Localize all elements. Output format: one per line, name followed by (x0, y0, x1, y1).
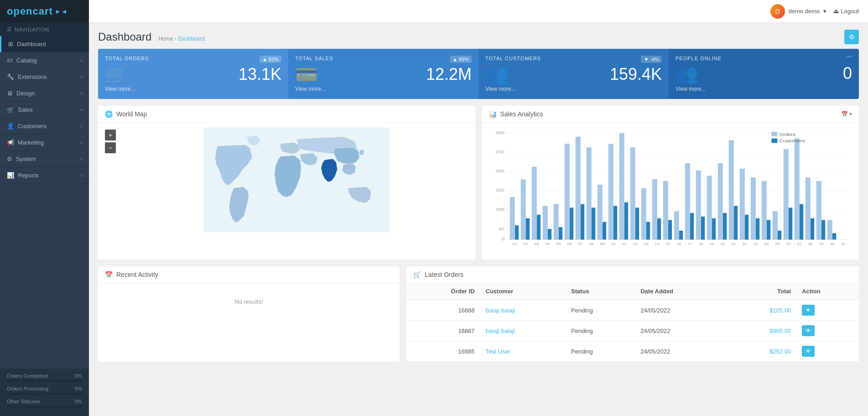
customer-link[interactable]: balaji balaji (486, 307, 515, 314)
map-zoom-out-button[interactable]: − (105, 142, 116, 153)
svg-rect-40 (558, 227, 562, 239)
svg-text:19: 19 (709, 242, 714, 246)
svg-rect-65 (608, 144, 613, 239)
svg-rect-18 (799, 204, 803, 239)
col-status: Status (566, 283, 635, 300)
credit-card-icon: 💳 (295, 64, 318, 85)
calendar-button[interactable]: 📅 ▾ (841, 111, 852, 117)
logout-button[interactable]: ⏏ Logout (833, 8, 859, 15)
customer-link[interactable]: balaji balaji (486, 328, 515, 334)
svg-rect-66 (597, 185, 602, 240)
stat-card-people-online: PEOPLE ONLINE 👥 0 View more... (669, 49, 859, 99)
app-logo[interactable]: opencart ►◄ (0, 0, 89, 23)
stat-view-more[interactable]: View more... (105, 86, 281, 92)
svg-text:50: 50 (499, 227, 504, 231)
cell-date: 24/05/2022 (635, 300, 728, 321)
stat-value: 0 (843, 64, 852, 83)
svg-rect-55 (717, 163, 722, 239)
breadcrumb-home[interactable]: Home (158, 36, 173, 42)
sidebar-item-extensions[interactable]: 🔧 Extensions › (0, 69, 89, 85)
cell-order-id: 16888 (406, 300, 480, 321)
sidebar-item-label: Dashboard (17, 41, 46, 47)
svg-rect-61 (652, 179, 657, 239)
sidebar-item-marketing[interactable]: 📢 Marketing › (0, 135, 89, 151)
chevron-right-icon: › (81, 107, 82, 112)
svg-text:Orders: Orders (779, 132, 795, 136)
svg-rect-28 (690, 213, 693, 239)
cell-customer[interactable]: balaji balaji (480, 321, 566, 341)
chevron-right-icon: › (81, 124, 82, 129)
topbar-user[interactable]: D demo demo ▾ (770, 4, 827, 19)
sidebar-item-catalog[interactable]: 🏷 Catalog › (0, 52, 89, 69)
cell-customer[interactable]: balaji balaji (480, 300, 566, 321)
stat-value: 12.2M (426, 65, 472, 84)
page-settings-button[interactable]: ⚙ (844, 30, 859, 44)
avatar: D (770, 4, 785, 19)
svg-rect-39 (569, 208, 573, 239)
svg-text:200: 200 (495, 169, 504, 173)
cell-status: Pending (566, 300, 635, 321)
svg-text:05: 05 (556, 242, 561, 246)
view-order-button[interactable]: 👁 (802, 305, 815, 316)
stat-card-total-customers: TOTAL CUSTOMERS ▼ -4% 👥 159.4K View more… (478, 49, 669, 99)
svg-rect-58 (685, 163, 690, 239)
system-icon: ⚙ (7, 156, 12, 162)
svg-text:27: 27 (797, 242, 802, 246)
progress-label-text: Orders Completed (7, 373, 48, 379)
svg-text:07: 07 (578, 242, 583, 246)
sidebar-item-reports[interactable]: 📊 Reports › (0, 167, 89, 184)
sidebar-item-label: Extensions (18, 73, 47, 80)
stats-row: TOTAL ORDERS ▲ 83% 🛒 13.1K View more... … (98, 49, 859, 99)
total-link[interactable]: $905.00 (769, 328, 791, 334)
svg-rect-71 (542, 206, 547, 239)
stat-view-more[interactable]: View more... (485, 86, 662, 92)
svg-rect-27 (701, 217, 704, 240)
progress-orders-processing: Orders Processing 0% (7, 386, 82, 395)
total-link[interactable]: $252.00 (769, 348, 791, 355)
customer-link[interactable]: Test User (486, 348, 511, 355)
svg-text:02: 02 (523, 242, 528, 246)
svg-rect-48 (794, 139, 799, 240)
col-customer: Customer (480, 283, 566, 300)
map-zoom-in-button[interactable]: + (105, 130, 116, 140)
svg-rect-56 (707, 176, 712, 239)
sidebar-item-sales[interactable]: 🛒 Sales › (0, 102, 89, 118)
stat-card-total-orders: TOTAL ORDERS ▲ 83% 🛒 13.1K View more... (98, 49, 288, 99)
sidebar-item-system[interactable]: ⚙ System › (0, 151, 89, 167)
svg-text:21: 21 (731, 242, 736, 246)
svg-text:20: 20 (720, 242, 725, 246)
sidebar-item-customers[interactable]: 👤 Customers › (0, 118, 89, 135)
svg-text:26: 26 (786, 242, 791, 246)
cell-status: Pending (566, 321, 635, 341)
cell-order-id: 16885 (406, 341, 480, 362)
svg-text:29: 29 (819, 242, 824, 246)
svg-text:31: 31 (841, 242, 846, 246)
breadcrumb: Home › Dashboard (158, 36, 204, 42)
panel-header: 🛒 Latest Orders (406, 266, 859, 283)
svg-text:22: 22 (742, 242, 747, 246)
svg-rect-62 (641, 188, 646, 239)
svg-rect-60 (663, 181, 668, 239)
svg-text:06: 06 (567, 242, 572, 246)
panel-header: 🌐 World Map (98, 106, 475, 123)
sidebar: opencart ►◄ ☰ NAVIGATION ⊞ Dashboard 🏷 C… (0, 0, 89, 416)
stat-card-total-sales: TOTAL SALES ▲ 89% 💳 12.2M View more... (288, 49, 478, 99)
svg-rect-69 (564, 144, 569, 239)
middle-row: 🌐 World Map + − (98, 106, 859, 260)
svg-rect-36 (602, 222, 606, 239)
svg-text:04: 04 (545, 242, 550, 246)
stat-view-more[interactable]: View more... (676, 86, 852, 92)
cell-customer[interactable]: Test User (480, 341, 566, 362)
sidebar-item-dashboard[interactable]: ⊞ Dashboard (0, 36, 89, 52)
view-order-button[interactable]: 👁 (802, 346, 815, 357)
total-link[interactable]: $105.00 (769, 307, 791, 314)
stat-view-more[interactable]: View more... (295, 86, 472, 92)
view-order-button[interactable]: 👁 (802, 325, 815, 336)
username: demo demo (789, 8, 820, 15)
stat-value: 13.1K (239, 65, 281, 84)
sidebar-item-design[interactable]: 🖥 Design › (0, 85, 89, 102)
sidebar-item-label: System (16, 156, 36, 162)
page-title: Dashboard (98, 31, 151, 43)
cart-icon: 🛒 (105, 64, 128, 85)
svg-rect-37 (591, 208, 595, 239)
